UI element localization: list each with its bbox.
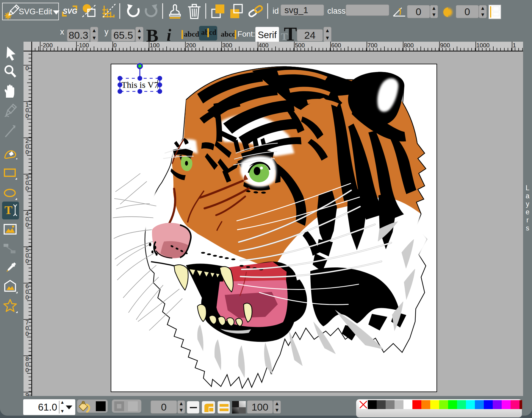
svg-text:This is V7: This is V7 [121, 80, 158, 90]
svg-text:SVG: SVG [63, 7, 77, 15]
